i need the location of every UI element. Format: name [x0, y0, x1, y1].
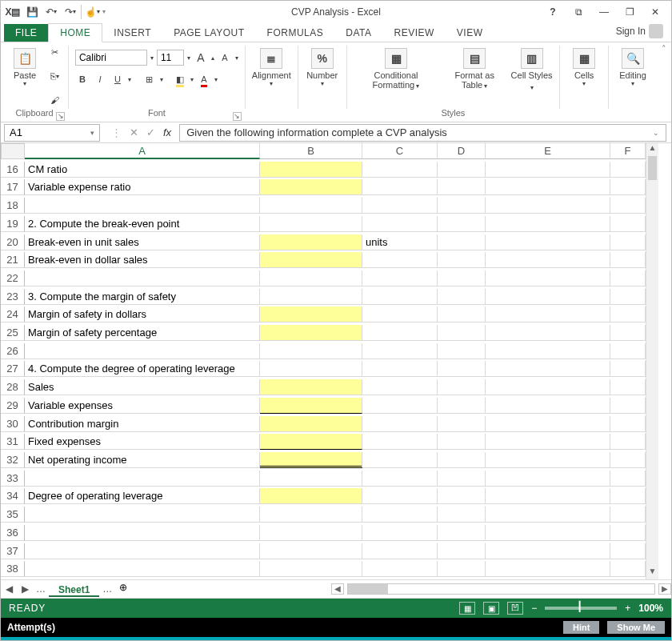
cell[interactable]: [438, 561, 486, 577]
cell[interactable]: [486, 252, 610, 268]
cell[interactable]: [610, 488, 646, 504]
cell[interactable]: [438, 507, 486, 523]
cell[interactable]: Break-even in unit sales: [25, 234, 260, 250]
cell[interactable]: F: [610, 143, 646, 159]
cell[interactable]: [610, 525, 646, 541]
cell[interactable]: Contribution margin: [25, 416, 260, 432]
cells-button[interactable]: ▦ Cells ▾: [566, 45, 602, 87]
cell[interactable]: [25, 543, 260, 559]
row-header[interactable]: 37: [1, 543, 25, 559]
tab-home[interactable]: HOME: [48, 23, 102, 42]
cell[interactable]: [486, 289, 610, 305]
cell[interactable]: [362, 270, 438, 286]
sheet-nav-more-icon[interactable]: …: [33, 583, 49, 595]
row-header[interactable]: 17: [1, 179, 25, 195]
cell[interactable]: [260, 507, 362, 523]
cell[interactable]: Net operating income: [25, 452, 260, 468]
cell[interactable]: [260, 325, 362, 341]
cell[interactable]: [260, 179, 362, 195]
cell[interactable]: [25, 507, 260, 523]
zoom-level[interactable]: 100%: [638, 603, 663, 614]
cell[interactable]: [486, 379, 610, 395]
tab-data[interactable]: DATA: [334, 24, 382, 42]
cell[interactable]: [610, 179, 646, 195]
cell[interactable]: [362, 434, 438, 450]
cell[interactable]: 3. Compute the margin of safety: [25, 289, 260, 305]
cell[interactable]: [25, 270, 260, 286]
cell[interactable]: [486, 270, 610, 286]
cell[interactable]: [486, 452, 610, 468]
new-sheet-icon[interactable]: ⊕: [115, 582, 131, 596]
increase-font-icon[interactable]: A: [194, 50, 208, 65]
cell[interactable]: [362, 216, 438, 232]
cell[interactable]: [260, 543, 362, 559]
cell[interactable]: [260, 561, 362, 577]
cell[interactable]: [438, 289, 486, 305]
sign-in[interactable]: Sign In: [611, 21, 668, 42]
cell[interactable]: [486, 561, 610, 577]
zoom-slider[interactable]: [545, 607, 617, 610]
cell[interactable]: [610, 507, 646, 523]
cell[interactable]: [486, 198, 610, 214]
minimize-icon[interactable]: —: [594, 6, 614, 18]
cell[interactable]: [260, 452, 362, 468]
cell[interactable]: C: [362, 143, 438, 159]
tab-review[interactable]: REVIEW: [382, 24, 445, 42]
horizontal-scrollbar[interactable]: ◀ ▶: [131, 583, 671, 595]
cell[interactable]: [362, 398, 438, 414]
row-header[interactable]: 16: [1, 162, 25, 178]
cell[interactable]: [438, 434, 486, 450]
cell[interactable]: [486, 234, 610, 250]
cell[interactable]: [438, 306, 486, 323]
cell[interactable]: [362, 507, 438, 523]
cell[interactable]: [486, 488, 610, 504]
cell[interactable]: [610, 361, 646, 377]
row-header[interactable]: 34: [1, 488, 25, 504]
cell[interactable]: [610, 325, 646, 341]
cell[interactable]: [260, 306, 362, 323]
zoom-out-icon[interactable]: −: [531, 603, 537, 614]
cell[interactable]: [610, 543, 646, 559]
cell[interactable]: [438, 162, 486, 178]
formula-input[interactable]: Given the following information complete…: [179, 124, 666, 142]
cell[interactable]: [610, 471, 646, 487]
cell[interactable]: [438, 343, 486, 359]
font-dialog-icon[interactable]: ↘: [233, 112, 242, 121]
cell[interactable]: [362, 325, 438, 341]
cell[interactable]: Variable expense ratio: [25, 179, 260, 195]
cell[interactable]: Sales: [25, 379, 260, 395]
cell[interactable]: [260, 234, 362, 250]
clipboard-dialog-icon[interactable]: ↘: [56, 112, 65, 121]
cut-icon[interactable]: ✂: [47, 45, 62, 59]
cell[interactable]: [362, 379, 438, 395]
cell[interactable]: [610, 379, 646, 395]
cell[interactable]: B: [260, 143, 362, 159]
cell[interactable]: [362, 452, 438, 468]
cancel-icon[interactable]: ✕: [130, 126, 138, 138]
row-header[interactable]: 33: [1, 471, 25, 487]
cell[interactable]: [486, 398, 610, 414]
cell[interactable]: Margin of safety percentage: [25, 325, 260, 341]
cell[interactable]: [260, 343, 362, 359]
cell[interactable]: [362, 416, 438, 432]
cell[interactable]: [610, 434, 646, 450]
cell[interactable]: [438, 216, 486, 232]
collapse-ribbon-icon[interactable]: ˄: [657, 42, 671, 56]
cell[interactable]: [25, 343, 260, 359]
cell[interactable]: [486, 361, 610, 377]
row-header[interactable]: 25: [1, 325, 25, 341]
sheet-nav-more2-icon[interactable]: …: [99, 583, 115, 595]
format-as-table-button[interactable]: ▤ Format as Table ▾: [443, 45, 506, 91]
font-size-input[interactable]: [157, 50, 184, 66]
cell[interactable]: [260, 416, 362, 432]
row-header[interactable]: 29: [1, 398, 25, 414]
cell[interactable]: [362, 306, 438, 323]
cell[interactable]: D: [438, 143, 486, 159]
view-page-break-icon[interactable]: 凹: [507, 602, 523, 615]
sheet-tab-sheet1[interactable]: Sheet1: [49, 583, 99, 597]
show-me-button[interactable]: Show Me: [607, 621, 665, 634]
cell[interactable]: 2. Compute the break-even point: [25, 216, 260, 232]
row-header[interactable]: 30: [1, 416, 25, 432]
bold-button[interactable]: B: [75, 72, 90, 86]
close-icon[interactable]: ✕: [646, 6, 665, 18]
